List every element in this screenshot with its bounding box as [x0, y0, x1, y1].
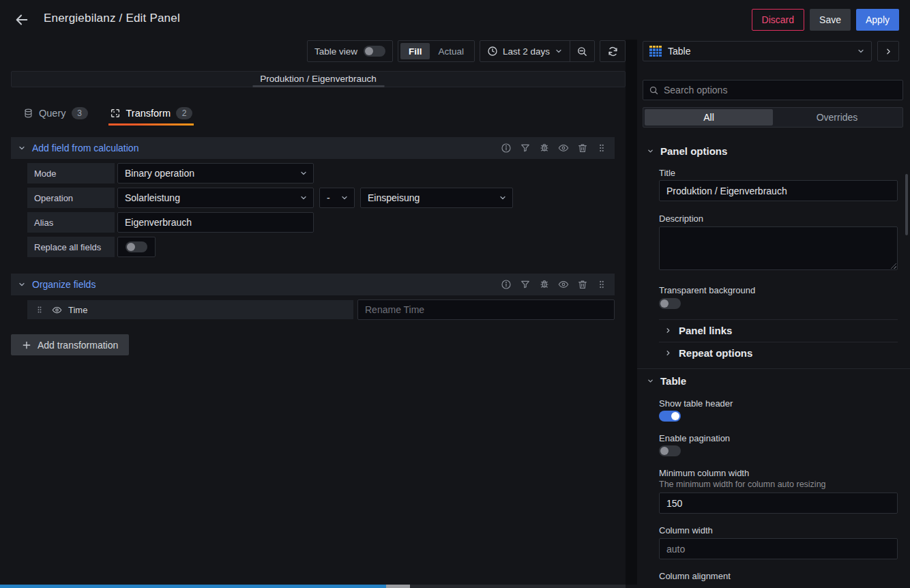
eye-preview-icon[interactable]: [558, 279, 569, 290]
search-options-field: [643, 80, 903, 100]
options-pane: Table All Overrides Panel options Title …: [637, 40, 910, 585]
save-button[interactable]: Save: [810, 9, 851, 31]
drag-handle-icon[interactable]: [596, 143, 607, 153]
search-options-input[interactable]: [664, 85, 897, 95]
transform-section-organize: Organize fields: [11, 274, 615, 295]
table-section-header[interactable]: Table: [647, 375, 686, 387]
tab-query[interactable]: Query 3: [22, 101, 89, 126]
show-table-header-toggle[interactable]: [659, 411, 681, 422]
rename-field-input[interactable]: [357, 299, 615, 320]
drag-handle-icon[interactable]: [596, 279, 607, 290]
zoom-out-icon: [576, 46, 588, 57]
chevron-down-icon: [647, 377, 654, 385]
bottom-scrollbar-track[interactable]: [410, 585, 626, 588]
transform-organize-title[interactable]: Organize fields: [32, 279, 501, 290]
chevron-down-icon: [555, 47, 563, 55]
chevron-down-icon: [299, 169, 308, 177]
tab-query-label: Query: [39, 108, 66, 119]
collapse-options-pane-button[interactable]: [877, 41, 899, 61]
divider: [659, 319, 898, 320]
chevron-down-icon[interactable]: [18, 280, 26, 289]
trash-icon[interactable]: [577, 143, 588, 153]
description-label: Description: [659, 214, 703, 224]
enable-pagination-toggle[interactable]: [659, 445, 681, 456]
transform-calc-actions: [501, 143, 607, 153]
chevron-down-icon[interactable]: [18, 144, 26, 152]
operation-label: Operation: [27, 188, 115, 208]
repeat-options-section[interactable]: Repeat options: [664, 347, 752, 359]
info-icon[interactable]: [501, 279, 512, 290]
replace-all-fields-toggle-box: [117, 237, 156, 257]
chevron-down-icon: [647, 147, 654, 155]
actual-option[interactable]: Actual: [430, 43, 472, 59]
discard-button[interactable]: Discard: [752, 9, 804, 31]
header-actions: Discard Save Apply: [752, 9, 899, 31]
zoom-out-time-button[interactable]: [570, 41, 594, 61]
panel-title-input[interactable]: [659, 180, 898, 201]
min-column-width-label: Minimum column width: [659, 468, 749, 478]
column-alignment-label: Column alignment: [659, 571, 731, 581]
fill-actual-segmented: Fill Actual: [398, 40, 475, 62]
fill-option[interactable]: Fill: [400, 43, 430, 59]
min-column-width-input[interactable]: [659, 493, 898, 514]
eye-visibility-icon[interactable]: [51, 304, 62, 315]
divider: [659, 342, 898, 342]
enable-pagination-label: Enable pagination: [659, 433, 730, 443]
title-label: Title: [659, 168, 675, 178]
chevron-down-icon: [340, 194, 349, 202]
clock-icon: [487, 46, 498, 57]
database-icon: [23, 108, 33, 119]
info-icon[interactable]: [501, 143, 512, 153]
mode-select[interactable]: Binary operation: [117, 163, 314, 183]
arrow-left-icon: [14, 12, 29, 27]
operand-left-select[interactable]: Solarleistung: [117, 188, 314, 208]
sidebar-scrollbar[interactable]: [905, 174, 908, 235]
operator-select[interactable]: -: [319, 188, 355, 208]
time-range-picker[interactable]: Last 2 days: [480, 41, 570, 61]
chevron-down-icon: [499, 194, 507, 202]
refresh-button[interactable]: [600, 40, 626, 62]
transform-icon: [110, 108, 121, 119]
grafana-edit-panel-screen: Energiebilanz / Edit Panel Discard Save …: [0, 0, 910, 588]
filter-all-tab[interactable]: All: [645, 109, 773, 126]
filter-overrides-tab[interactable]: Overrides: [773, 109, 901, 126]
refresh-icon: [607, 46, 619, 57]
visualization-select[interactable]: Table: [643, 41, 872, 61]
bug-debug-icon[interactable]: [539, 279, 550, 290]
back-button[interactable]: [12, 10, 31, 29]
transform-organize-actions: [501, 279, 607, 290]
tab-transform-label: Transform: [126, 108, 171, 119]
panel-options-section-header[interactable]: Panel options: [647, 145, 727, 157]
replace-all-fields-toggle[interactable]: [126, 241, 147, 252]
alias-input[interactable]: [117, 212, 314, 233]
bottom-scrollbar-thumb[interactable]: [386, 585, 410, 588]
panel-links-section[interactable]: Panel links: [664, 325, 732, 336]
alias-label: Alias: [27, 212, 115, 233]
column-width-input[interactable]: [659, 538, 898, 559]
show-table-header-label: Show table header: [659, 398, 733, 409]
panel-preview[interactable]: Produktion / Eigenverbrauch: [11, 71, 626, 87]
trash-icon[interactable]: [577, 279, 588, 290]
table-view-toggle-group: Table view: [307, 40, 393, 62]
transparent-background-toggle[interactable]: [659, 298, 681, 309]
transform-section-calc: Add field from calculation: [11, 137, 615, 159]
filter-icon[interactable]: [520, 279, 531, 290]
bottom-resize-bar[interactable]: [0, 585, 386, 588]
bug-debug-icon[interactable]: [539, 143, 550, 153]
transform-calc-title[interactable]: Add field from calculation: [32, 143, 501, 153]
operand-right-select[interactable]: Einspeisung: [360, 188, 513, 208]
filter-icon[interactable]: [520, 143, 531, 153]
apply-button[interactable]: Apply: [856, 9, 899, 31]
replace-all-fields-label: Replace all fields: [27, 237, 115, 257]
add-transformation-button[interactable]: Add transformation: [11, 334, 129, 355]
section-divider: [637, 368, 910, 369]
pane-divider[interactable]: [626, 40, 637, 585]
eye-preview-icon[interactable]: [558, 143, 569, 153]
drag-handle-icon[interactable]: [34, 304, 45, 315]
table-view-toggle[interactable]: [364, 46, 385, 57]
table-view-label: Table view: [314, 46, 357, 57]
panel-description-textarea[interactable]: [659, 226, 898, 270]
chevron-right-icon: [884, 47, 893, 56]
tab-transform[interactable]: Transform 2: [108, 101, 194, 126]
chevron-right-icon: [664, 349, 672, 357]
